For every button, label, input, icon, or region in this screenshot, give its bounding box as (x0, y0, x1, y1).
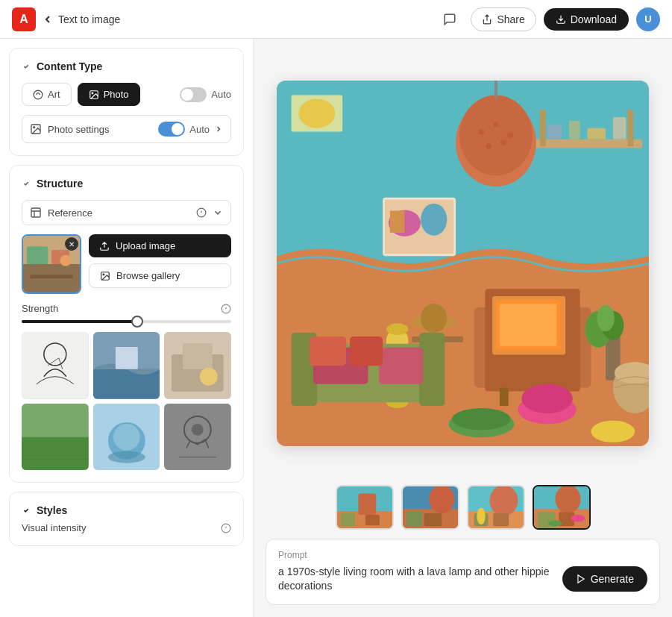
uploaded-thumbnail: ✕ (22, 234, 81, 294)
photo-settings-toggle[interactable] (158, 122, 185, 137)
page-title: Text to image (58, 13, 120, 25)
visual-intensity-info-icon[interactable] (221, 523, 231, 533)
svg-point-111 (489, 486, 518, 516)
structure-card: Structure Reference (9, 165, 244, 483)
svg-rect-98 (389, 210, 404, 232)
svg-rect-47 (627, 110, 633, 146)
svg-rect-11 (27, 246, 48, 264)
upload-area: ✕ Upload image Browse galler (22, 234, 231, 294)
sample-image-1[interactable] (22, 332, 89, 399)
thumbnail-4[interactable] (533, 485, 591, 530)
structure-label: Structure (37, 178, 83, 190)
content-type-header[interactable]: Content Type (22, 60, 231, 72)
svg-point-90 (521, 384, 573, 413)
upload-buttons-group: Upload image Browse gallery (89, 234, 231, 288)
svg-point-92 (452, 408, 510, 430)
chevron-down-icon[interactable] (213, 207, 223, 218)
slider-thumb[interactable] (131, 316, 143, 328)
svg-point-33 (113, 424, 140, 451)
photo-settings-auto-group: Auto (158, 122, 223, 137)
svg-point-54 (478, 129, 484, 135)
svg-point-2 (92, 93, 93, 94)
download-button[interactable]: Download (544, 8, 629, 31)
type-button-group: Art Photo Auto (22, 83, 231, 106)
comment-button[interactable] (436, 6, 463, 33)
generate-label: Generate (591, 573, 634, 585)
svg-point-28 (200, 368, 218, 386)
generate-button[interactable]: Generate (562, 566, 647, 592)
svg-point-93 (591, 421, 635, 442)
sample-image-4[interactable] (22, 404, 89, 471)
browse-gallery-button[interactable]: Browse gallery (89, 263, 231, 288)
svg-rect-50 (587, 128, 605, 140)
svg-point-70 (421, 304, 447, 333)
strength-info-icon[interactable] (221, 304, 231, 314)
download-label: Download (571, 13, 617, 25)
thumbnail-1[interactable] (336, 485, 394, 530)
photo-settings-row[interactable]: Photo settings Auto (22, 115, 231, 143)
photo-label: Photo (104, 89, 129, 100)
visual-intensity-label: Visual intensity (22, 522, 86, 533)
svg-rect-24 (116, 347, 138, 369)
main-layout: Content Type Art Photo (0, 39, 672, 617)
svg-point-121 (547, 520, 562, 526)
strength-slider[interactable] (22, 320, 231, 323)
svg-rect-14 (31, 275, 73, 278)
back-button[interactable]: Text to image (42, 13, 120, 25)
sample-image-5[interactable] (93, 404, 160, 471)
svg-rect-49 (569, 121, 580, 139)
sample-image-6[interactable] (164, 404, 231, 471)
reference-actions (196, 207, 223, 218)
thumbnail-3[interactable] (467, 485, 525, 530)
svg-point-79 (597, 305, 615, 331)
svg-rect-48 (547, 125, 562, 140)
sample-image-2[interactable] (93, 332, 160, 399)
styles-header[interactable]: Styles (22, 504, 231, 516)
share-button[interactable]: Share (471, 7, 536, 31)
sample-image-3[interactable] (164, 332, 231, 399)
visual-intensity-row: Visual intensity (22, 522, 231, 533)
content-type-auto-toggle[interactable] (180, 87, 207, 102)
structure-header[interactable]: Structure (22, 178, 231, 190)
upload-image-label: Upload image (116, 240, 175, 251)
content-type-card: Content Type Art Photo (9, 48, 244, 156)
slider-track[interactable] (22, 320, 231, 323)
reference-label: Reference (48, 207, 196, 219)
svg-rect-101 (358, 493, 376, 514)
sample-images-grid (22, 332, 231, 470)
svg-rect-51 (612, 117, 626, 139)
reference-row[interactable]: Reference (22, 200, 231, 225)
svg-rect-30 (22, 437, 89, 471)
prompt-text[interactable]: a 1970s-style living room with a lava la… (278, 565, 555, 594)
svg-point-114 (477, 507, 485, 524)
left-panel: Content Type Art Photo (0, 39, 254, 617)
info-icon[interactable] (196, 207, 207, 218)
svg-point-16 (103, 274, 104, 275)
svg-point-0 (34, 90, 43, 99)
styles-label: Styles (37, 504, 67, 516)
prompt-area: Prompt a 1970s-style living room with a … (266, 539, 660, 605)
strength-row: Strength (22, 303, 231, 314)
svg-rect-65 (499, 387, 508, 405)
svg-point-37 (192, 424, 204, 436)
thumbnail-2[interactable] (401, 485, 459, 530)
photo-type-button[interactable]: Photo (78, 83, 140, 106)
svg-rect-102 (365, 515, 379, 525)
svg-rect-27 (183, 343, 213, 369)
svg-point-120 (571, 515, 585, 522)
svg-rect-87 (310, 336, 346, 366)
art-type-button[interactable]: Art (22, 83, 72, 106)
auto-toggle-group: Auto (180, 87, 231, 102)
svg-rect-103 (340, 513, 354, 526)
prompt-label: Prompt (278, 550, 647, 560)
svg-rect-59 (494, 81, 497, 98)
svg-point-34 (108, 451, 145, 463)
prompt-row: a 1970s-style living room with a lava la… (278, 565, 647, 594)
upload-image-button[interactable]: Upload image (89, 234, 231, 257)
remove-thumbnail-button[interactable]: ✕ (65, 237, 78, 251)
avatar[interactable]: U (636, 7, 660, 31)
art-label: Art (48, 89, 60, 100)
svg-rect-5 (31, 208, 40, 217)
svg-rect-64 (499, 304, 556, 346)
thumbnails-row (266, 485, 660, 530)
